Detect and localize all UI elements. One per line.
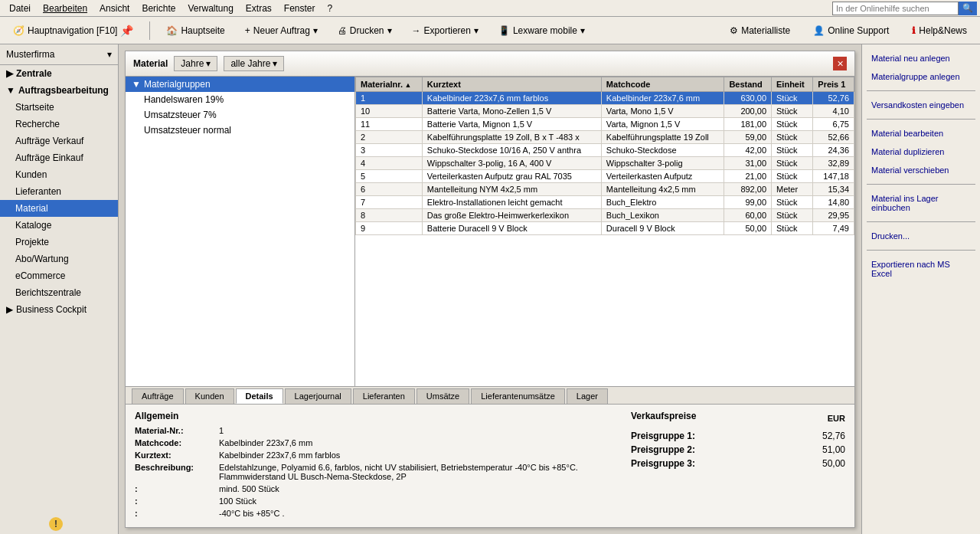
tree-item-umsatzsteuer7[interactable]: Umsatzsteuer 7% — [126, 107, 354, 123]
tab-umsaetze[interactable]: Umsätze — [416, 388, 469, 404]
new-order-button[interactable]: + Neuer Auftrag ▾ — [238, 22, 325, 39]
print-button[interactable]: 🖨 Drucken ▾ — [331, 22, 399, 39]
search-button[interactable]: 🔍 — [959, 2, 977, 15]
export-label: Exportieren — [424, 25, 471, 36]
cell-matchcode: Buch_Lexikon — [601, 209, 724, 222]
col-header-preis[interactable]: Preis 1 — [813, 77, 854, 92]
sidebar-item-startseite[interactable]: Startseite — [0, 99, 118, 116]
action-duplicate-material[interactable]: Material duplizieren — [867, 144, 975, 159]
action-versandkosten[interactable]: Versandkosten eingeben — [867, 97, 975, 113]
tree-item-handelswaren[interactable]: Handelswaren 19% — [126, 92, 354, 107]
tree-item-umsatzsteuer-normal[interactable]: Umsatzsteuer normal — [126, 123, 354, 138]
all-years-filter-button[interactable]: alle Jahre ▾ — [224, 56, 284, 71]
col-header-matchcode[interactable]: Matchcode — [601, 77, 724, 92]
col-header-bestand[interactable]: Bestand — [724, 77, 772, 92]
cell-einheit: Stück — [772, 222, 813, 235]
sidebar-item-kunden[interactable]: Kunden — [0, 166, 118, 183]
menu-ansicht[interactable]: Ansicht — [93, 2, 136, 15]
cell-bestand: 59,00 — [724, 131, 772, 144]
cell-nr: 9 — [356, 222, 423, 235]
table-row[interactable]: 5 Verteilerkasten Aufputz grau RAL 7035 … — [356, 170, 854, 183]
action-einbuchen[interactable]: Material ins Lager einbuchen — [867, 191, 975, 215]
cell-preis: 52,66 — [813, 131, 854, 144]
sidebar-item-berichtszentrale[interactable]: Berichtszentrale — [0, 284, 118, 301]
action-print[interactable]: Drucken... — [867, 228, 975, 244]
menu-extras[interactable]: Extras — [240, 2, 278, 15]
tab-details[interactable]: Details — [236, 388, 283, 404]
window-close-button[interactable]: ✕ — [833, 57, 847, 70]
sidebar-item-ecommerce[interactable]: eCommerce — [0, 267, 118, 284]
sidebar-group-zentrale[interactable]: ▶ Zentrale — [0, 65, 118, 82]
menu-fenster[interactable]: Fenster — [278, 2, 322, 15]
sidebar-item-auftraege-verkauf[interactable]: Aufträge Verkauf — [0, 133, 118, 149]
action-edit-material[interactable]: Material bearbeiten — [867, 126, 975, 141]
nav-label: Hauptnavigation [F10] — [28, 25, 117, 36]
table-row[interactable]: 2 Kabelführungsplatte 19 Zoll, B x T -48… — [356, 131, 854, 144]
tab-auftraege[interactable]: Aufträge — [132, 388, 184, 404]
collapse-icon: ▼ — [6, 85, 15, 96]
action-new-group[interactable]: Materialgruppe anlegen — [867, 69, 975, 84]
tab-lager[interactable]: Lager — [567, 388, 608, 404]
home-button[interactable]: 🏠 Hauptseite — [159, 22, 231, 39]
detail-label-nr: Material-Nr.: — [135, 426, 219, 435]
tree-panel: ▼ Materialgruppen Handelswaren 19% Umsat… — [126, 77, 355, 386]
tab-kunden[interactable]: Kunden — [185, 388, 234, 404]
tab-lieferantenumsaetze[interactable]: Lieferantenumsätze — [471, 388, 565, 404]
item-label: Projekte — [15, 237, 49, 247]
tab-lieferanten[interactable]: Lieferanten — [353, 388, 415, 404]
company-selector[interactable]: Musterfirma ▾ — [0, 44, 118, 65]
tab-lagerjournal[interactable]: Lagerjournal — [285, 388, 351, 404]
col-header-einheit[interactable]: Einheit — [772, 77, 813, 92]
dropdown-arrow-icon-2: ▾ — [387, 25, 392, 36]
print-label: Drucken — [350, 25, 384, 36]
menu-berichte[interactable]: Berichte — [136, 2, 181, 15]
sidebar-item-abo[interactable]: Abo/Wartung — [0, 251, 118, 267]
col-header-nr[interactable]: Materialnr. — [356, 77, 423, 92]
col-header-kurztext[interactable]: Kurztext — [422, 77, 601, 92]
sidebar-item-auftraege-einkauf[interactable]: Aufträge Einkauf — [0, 149, 118, 166]
person-icon: 👤 — [813, 25, 825, 36]
menu-bearbeiten[interactable]: Bearbeiten — [37, 2, 93, 15]
help-button[interactable]: ℹ Help&News — [905, 22, 974, 39]
export-button[interactable]: → Exportieren ▾ — [405, 22, 485, 39]
action-export-excel[interactable]: Exportieren nach MS Excel — [867, 257, 975, 281]
sidebar-item-cockpit[interactable]: ▶ Business Cockpit — [0, 301, 118, 318]
sidebar-item-material[interactable]: Material — [0, 200, 118, 217]
cell-preis: 24,36 — [813, 144, 854, 157]
nav-button[interactable]: 🧭 Hauptnavigation [F10] 📌 — [6, 21, 140, 40]
menu-search-area: 🔍 — [832, 2, 977, 15]
detail-row-desc2: : mind. 500 Stück — [135, 484, 616, 493]
sidebar-item-projekte[interactable]: Projekte — [0, 234, 118, 251]
table-row[interactable]: 7 Elektro-Installationen leicht gemacht … — [356, 196, 854, 209]
search-input[interactable] — [832, 2, 959, 15]
gear-icon: ⚙ — [730, 25, 738, 36]
years-filter-button[interactable]: Jahre ▾ — [174, 56, 217, 71]
sidebar-item-lieferanten[interactable]: Lieferanten — [0, 183, 118, 200]
table-row[interactable]: 9 Batterie Duracell 9 V Block Duracell 9… — [356, 222, 854, 235]
table-row[interactable]: 10 Batterie Varta, Mono-Zellen 1,5 V Var… — [356, 105, 854, 118]
menu-datei[interactable]: Datei — [3, 2, 37, 15]
cell-einheit: Stück — [772, 209, 813, 222]
action-new-material[interactable]: Material neu anlegen — [867, 51, 975, 66]
tree-item-materialgruppen[interactable]: ▼ Materialgruppen — [126, 77, 354, 92]
table-row[interactable]: 4 Wippschalter 3-polig, 16 A, 400 V Wipp… — [356, 157, 854, 170]
cell-matchcode: Kabelbinder 223x7,6 mm — [601, 92, 724, 105]
sidebar-group-auftragsbearbeitung[interactable]: ▼ Auftragsbearbeitung — [0, 82, 118, 99]
table-row[interactable]: 3 Schuko-Steckdose 10/16 A, 250 V anthra… — [356, 144, 854, 157]
table-row[interactable]: 11 Batterie Varta, Mignon 1,5 V Varta, M… — [356, 118, 854, 131]
cell-matchcode: Buch_Elektro — [601, 196, 724, 209]
materialliste-button[interactable]: ⚙ Materialliste — [723, 22, 797, 39]
cell-einheit: Stück — [772, 131, 813, 144]
menu-help[interactable]: ? — [322, 2, 339, 15]
sidebar-item-kataloge[interactable]: Kataloge — [0, 217, 118, 234]
table-row[interactable]: 8 Das große Elektro-Heimwerkerlexikon Bu… — [356, 209, 854, 222]
status-indicator: ! — [49, 517, 63, 531]
sidebar-item-recherche[interactable]: Recherche — [0, 116, 118, 133]
cell-preis: 29,95 — [813, 209, 854, 222]
table-row[interactable]: 6 Mantelleitung NYM 4x2,5 mm Mantelleitu… — [356, 183, 854, 196]
menu-verwaltung[interactable]: Verwaltung — [181, 2, 239, 15]
table-row[interactable]: 1 Kabelbinder 223x7,6 mm farblos Kabelbi… — [356, 92, 854, 105]
mobile-button[interactable]: 📱 Lexware mobile ▾ — [492, 22, 592, 39]
action-move-material[interactable]: Material verschieben — [867, 162, 975, 178]
support-button[interactable]: 👤 Online Support — [806, 22, 896, 39]
